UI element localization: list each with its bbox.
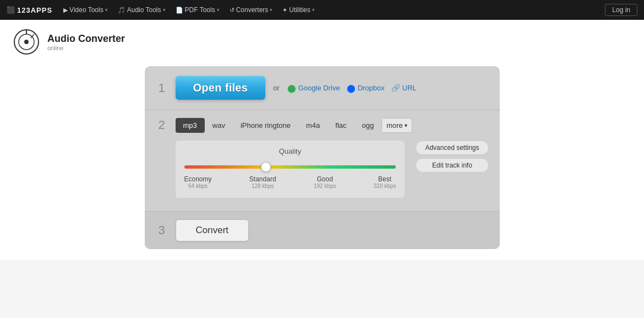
format-tabs: mp3 wav iPhone ringtone m4a flac ogg mor… [176, 118, 489, 133]
chevron-down-icon: ▾ [217, 7, 220, 13]
header-text: Audio Converter online [47, 33, 125, 51]
format-tab-flac[interactable]: flac [328, 118, 354, 133]
converter-card: 1 Open files or ⬤ Google Drive ⬤ Dropbox… [145, 66, 500, 249]
more-label: more [386, 121, 403, 130]
marker-best: Best 320 kbps [374, 175, 396, 189]
quality-markers: Economy 64 kbps Standard 128 kbps Good 1… [184, 175, 396, 189]
google-drive-link[interactable]: ⬤ Google Drive [287, 84, 340, 93]
navbar: ⬛ 123APPS ▶ Video Tools ▾ 🎵 Audio Tools … [0, 0, 644, 20]
audio-converter-icon [13, 29, 40, 55]
chevron-down-icon: ▾ [312, 7, 315, 13]
quality-settings-row: Quality Economy 64 kbps Standard 128 kbp… [176, 141, 489, 203]
step3-row: 3 Convert [145, 212, 500, 249]
marker-standard: Standard 128 kbps [249, 175, 276, 189]
google-drive-icon: ⬤ [287, 84, 296, 93]
settings-buttons: Advanced settings Edit track info [416, 141, 488, 173]
svg-point-2 [24, 40, 29, 44]
format-tab-ogg[interactable]: ogg [354, 118, 382, 133]
step2-row: 2 mp3 wav iPhone ringtone m4a flac ogg m… [145, 110, 500, 212]
link-icon: 🔗 [391, 84, 400, 92]
or-text: or [273, 84, 280, 92]
quality-section: Quality Economy 64 kbps Standard 128 kbp… [176, 141, 405, 198]
step1-row: 1 Open files or ⬤ Google Drive ⬤ Dropbox… [145, 66, 500, 110]
audio-icon: 🎵 [118, 7, 125, 14]
nav-item-converters-label: Converters [236, 6, 269, 14]
format-tab-mp3[interactable]: mp3 [176, 118, 205, 133]
utilities-icon: ✦ [282, 7, 287, 14]
step1-number: 1 [156, 81, 168, 95]
url-link[interactable]: 🔗 URL [391, 84, 417, 92]
quality-label: Quality [184, 147, 396, 155]
marker-economy: Economy 64 kbps [184, 175, 212, 189]
nav-item-utilities-label: Utilities [289, 6, 310, 14]
format-tab-wav[interactable]: wav [205, 118, 233, 133]
login-button[interactable]: Log in [605, 4, 637, 16]
nav-item-pdf-tools[interactable]: 📄 PDF Tools ▾ [171, 4, 224, 16]
cloud-links: ⬤ Google Drive ⬤ Dropbox 🔗 URL [287, 84, 417, 93]
quality-slider[interactable] [184, 165, 396, 169]
logo[interactable]: ⬛ 123APPS [7, 6, 52, 14]
nav-item-audio-tools[interactable]: 🎵 Audio Tools ▾ [113, 4, 170, 16]
url-label: URL [402, 84, 417, 92]
dropbox-link[interactable]: ⬤ Dropbox [347, 84, 385, 93]
nav-item-audio-tools-label: Audio Tools [127, 6, 161, 14]
chevron-down-icon: ▾ [270, 7, 272, 13]
logo-text: 123APPS [17, 6, 52, 14]
nav-item-video-tools-label: Video Tools [69, 6, 103, 14]
step2-number: 2 [156, 118, 168, 132]
nav-item-utilities[interactable]: ✦ Utilities ▾ [278, 4, 319, 16]
header-subtitle: online [47, 45, 125, 51]
step3-number: 3 [156, 223, 168, 238]
open-files-button[interactable]: Open files [176, 76, 266, 100]
header: Audio Converter online [0, 20, 644, 61]
edit-track-info-button[interactable]: Edit track info [416, 158, 488, 173]
format-tab-m4a[interactable]: m4a [298, 118, 328, 133]
pdf-icon: 📄 [176, 7, 183, 14]
page-title: Audio Converter [47, 33, 125, 45]
nav-item-pdf-tools-label: PDF Tools [185, 6, 215, 14]
convert-button[interactable]: Convert [176, 219, 249, 241]
format-tab-iphone-ringtone[interactable]: iPhone ringtone [233, 118, 298, 133]
chevron-down-icon: ▾ [405, 122, 407, 128]
dropbox-icon: ⬤ [347, 84, 356, 93]
main-content: 1 Open files or ⬤ Google Drive ⬤ Dropbox… [0, 61, 644, 260]
format-more-button[interactable]: more ▾ [381, 118, 412, 133]
nav-item-converters[interactable]: ↺ Converters ▾ [225, 4, 277, 16]
logo-icon: ⬛ [7, 6, 15, 14]
video-icon: ▶ [63, 7, 68, 14]
advanced-settings-button[interactable]: Advanced settings [416, 141, 488, 155]
chevron-down-icon: ▾ [105, 7, 108, 13]
marker-good: Good 192 kbps [314, 175, 336, 189]
nav-item-video-tools[interactable]: ▶ Video Tools ▾ [59, 4, 112, 16]
step2-content: mp3 wav iPhone ringtone m4a flac ogg mor… [176, 118, 489, 203]
google-drive-label: Google Drive [298, 84, 340, 92]
converters-icon: ↺ [230, 7, 234, 14]
dropbox-label: Dropbox [358, 84, 385, 92]
chevron-down-icon: ▾ [163, 7, 166, 13]
nav-menu: ▶ Video Tools ▾ 🎵 Audio Tools ▾ 📄 PDF To… [59, 4, 603, 16]
